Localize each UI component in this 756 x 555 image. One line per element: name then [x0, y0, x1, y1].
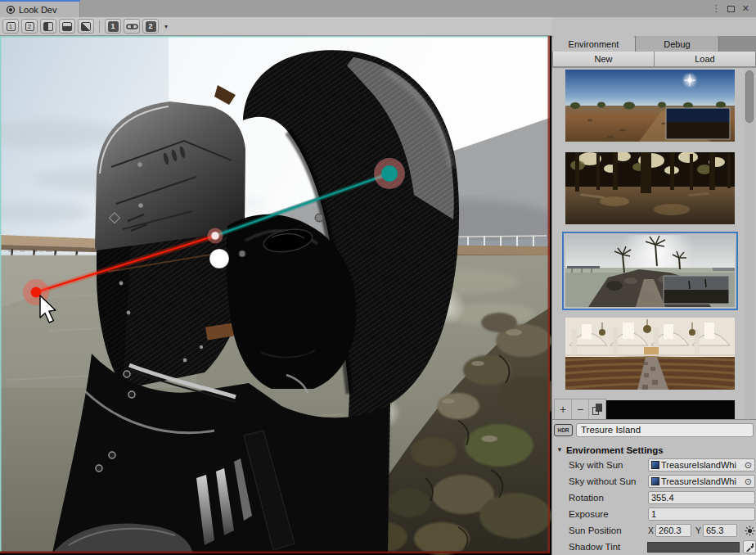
hdri-list-toolbar: + − [554, 399, 606, 419]
camera-dropdown-arrow-icon[interactable]: ▾ [161, 23, 171, 30]
split-horizontal-icon [62, 22, 72, 31]
thumbnail-inset [666, 108, 730, 139]
hdri-list: + − [552, 68, 756, 420]
sky-without-sun-row: Sky without Sun TreasureIslandWhi ⊙ [552, 473, 756, 490]
toolbar-separator [99, 20, 100, 33]
view-single1-button[interactable]: 1 [2, 19, 19, 34]
texture-icon [651, 461, 659, 469]
tab-debug[interactable]: Debug [636, 36, 719, 52]
separator-teal-handle[interactable] [381, 165, 398, 182]
tab-look-dev[interactable]: Look Dev [0, 0, 80, 17]
scrollbar-thumb[interactable] [745, 70, 754, 123]
environment-panel: Environment Debug New Load [551, 36, 756, 555]
lookdev-toolbar: 1 2 1 2 ▾ [0, 17, 551, 36]
new-button[interactable]: New [552, 52, 655, 66]
camera2-icon: 2 [146, 21, 156, 32]
camera1-button[interactable]: 1 [105, 19, 121, 34]
rotation-row: Rotation 355.4 [552, 490, 756, 506]
shadow-tint-row: Shadow Tint [552, 539, 756, 555]
hdri-thumbnail-sunny-field[interactable] [565, 70, 735, 142]
add-environment-button[interactable]: + [555, 399, 572, 419]
hdri-thumbnail-treasure-island[interactable] [565, 235, 735, 307]
hdri-thumbnail-church-interior[interactable] [565, 318, 735, 390]
sun-position-y-field[interactable]: 65.3 [703, 524, 737, 537]
tab-environment[interactable]: Environment [552, 36, 636, 52]
titlebar: Look Dev ⋮ ✕ [0, 0, 756, 17]
sky-without-sun-field[interactable]: TreasureIslandWhi ⊙ [648, 475, 755, 488]
sky-with-sun-field[interactable]: TreasureIslandWhi ⊙ [648, 458, 755, 472]
eyedropper-icon [745, 543, 754, 552]
minus-icon: − [577, 403, 583, 416]
viewport-render [0, 36, 551, 555]
thumbnail-inset [664, 276, 729, 304]
hdri-list-scrollbar[interactable] [745, 70, 755, 420]
object-picker-icon[interactable]: ⊙ [745, 476, 752, 487]
exposure-row: Exposure 1 [552, 506, 756, 522]
maximize-icon[interactable] [727, 6, 735, 12]
window-menu-icon[interactable]: ⋮ [712, 3, 720, 14]
rotation-field[interactable]: 355.4 [648, 491, 755, 504]
split-diagonal-icon [81, 22, 91, 31]
lookdev-viewport[interactable] [0, 36, 551, 555]
close-icon[interactable]: ✕ [742, 3, 749, 14]
lookdev-eye-icon [6, 5, 16, 15]
sun-icon [745, 526, 755, 536]
window-controls: ⋮ ✕ [712, 0, 756, 17]
duplicate-environment-button[interactable] [589, 399, 605, 419]
environment-settings-header[interactable]: ▼ Environment Settings [552, 443, 756, 457]
foldout-triangle-icon: ▼ [556, 446, 563, 453]
load-button[interactable]: Load [655, 52, 756, 66]
hdr-badge-icon: HDR [554, 424, 573, 436]
panel-tabs: Environment Debug [552, 36, 756, 52]
view-split-horizontal-button[interactable] [59, 19, 75, 34]
single2-icon: 2 [25, 22, 34, 31]
view-side-by-side-button[interactable] [40, 19, 56, 34]
y-axis-label: Y [695, 526, 703, 535]
white-sphere-gizmo[interactable] [209, 249, 229, 268]
environment-name-field[interactable]: Tresure Island [576, 423, 754, 437]
sky-with-sun-row: Sky with Sun TreasureIslandWhi ⊙ [552, 457, 756, 473]
plus-icon: + [560, 403, 566, 416]
sun-position-picker-button[interactable] [743, 524, 756, 537]
link-icon [126, 22, 138, 31]
environment-name-row: HDR Tresure Island [552, 420, 756, 440]
eyedropper-button[interactable] [743, 540, 756, 553]
window-title: Look Dev [19, 5, 56, 15]
duplicate-icon [592, 404, 602, 415]
lookdev-window: Look Dev ⋮ ✕ 1 2 1 [0, 0, 756, 555]
exposure-field[interactable]: 1 [648, 508, 755, 521]
x-axis-label: X [648, 526, 655, 535]
view-split-zone-button[interactable] [78, 19, 94, 34]
split-vertical-icon [43, 22, 53, 31]
remove-environment-button[interactable]: − [572, 399, 589, 419]
env-library-actions: New Load [552, 52, 756, 67]
camera1-icon: 1 [108, 21, 119, 32]
texture-icon [651, 477, 659, 485]
object-picker-icon[interactable]: ⊙ [745, 460, 752, 471]
view-single2-button[interactable]: 2 [21, 19, 38, 34]
hdri-thumbnail-forest[interactable] [565, 152, 735, 224]
separator-midpoint-handle[interactable] [211, 232, 219, 240]
sun-position-x-field[interactable]: 260.3 [655, 524, 691, 537]
single1-icon: 1 [7, 22, 16, 31]
environment-settings: ▼ Environment Settings Sky with Sun Trea… [552, 440, 756, 555]
shadow-tint-color-swatch[interactable] [647, 542, 740, 553]
sun-position-row: Sun Position X 260.3 Y 65.3 [552, 522, 756, 539]
viewport-border-top [0, 36, 550, 38]
camera2-button[interactable]: 2 [142, 19, 159, 34]
link-cameras-button[interactable] [124, 19, 140, 34]
